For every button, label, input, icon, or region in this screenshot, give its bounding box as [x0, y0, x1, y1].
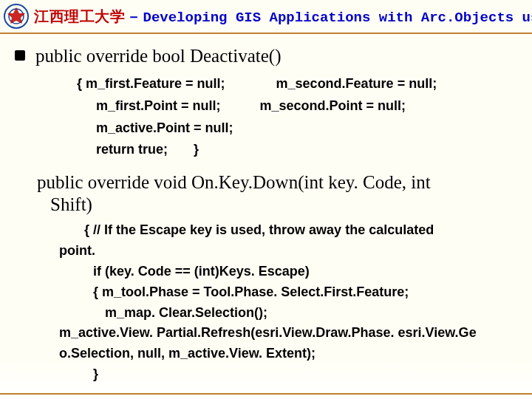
header-separator: － — [126, 8, 142, 24]
code-line: } — [194, 142, 199, 157]
code-line: { m_tool.Phase = Tool.Phase. Select.Firs… — [59, 282, 514, 303]
code-line: { // If the Escape key is used, throw aw… — [59, 220, 514, 241]
code-line: m_second.Point = null; — [260, 95, 406, 117]
code-line: m_map. Clear.Selection(); — [59, 303, 514, 324]
bullet-icon — [15, 50, 25, 61]
code-line: m_second.Feature = null; — [276, 73, 437, 95]
code-line: m_active.Point = null; — [96, 120, 233, 135]
slide-body: public override bool Deactivate() { m_fi… — [0, 34, 532, 385]
course-title: Developing GIS Applications with Arc.Obj… — [143, 10, 533, 26]
bullet-item-2: public override void On.Key.Down(int key… — [37, 171, 510, 216]
code-line: if (key. Code == (int)Keys. Escape) — [59, 262, 514, 282]
bullet-item-1: public override bool Deactivate() — [10, 44, 522, 67]
code-block-1: { m_first.Feature = null; m_second.Featu… — [77, 73, 522, 161]
university-name: 江西理工大学 — [34, 8, 125, 24]
slide: 江西理工大学－Developing GIS Applications with … — [0, 0, 532, 399]
method-signature-2a: public override void On.Key.Down(int key… — [37, 172, 431, 192]
code-line: o.Selection, null, m_active.View. Extent… — [59, 344, 514, 364]
code-line: m_first.Point = null; — [96, 98, 221, 113]
university-logo — [3, 3, 30, 30]
code-block-2: { // If the Escape key is used, throw aw… — [59, 220, 514, 385]
code-line: return true; — [96, 142, 168, 157]
method-signature-1: public override bool Deactivate() — [35, 44, 282, 67]
method-signature-2b: Shift) — [37, 194, 510, 216]
header-text: 江西理工大学－Developing GIS Applications with … — [34, 7, 532, 27]
code-line: { m_first.Feature = null; — [77, 76, 225, 91]
footer-divider — [0, 393, 532, 395]
code-line: m_active.View. Partial.Refresh(esri.View… — [59, 323, 514, 344]
header: 江西理工大学－Developing GIS Applications with … — [0, 0, 532, 34]
code-line: point. — [59, 241, 514, 262]
code-line: } — [59, 364, 514, 385]
